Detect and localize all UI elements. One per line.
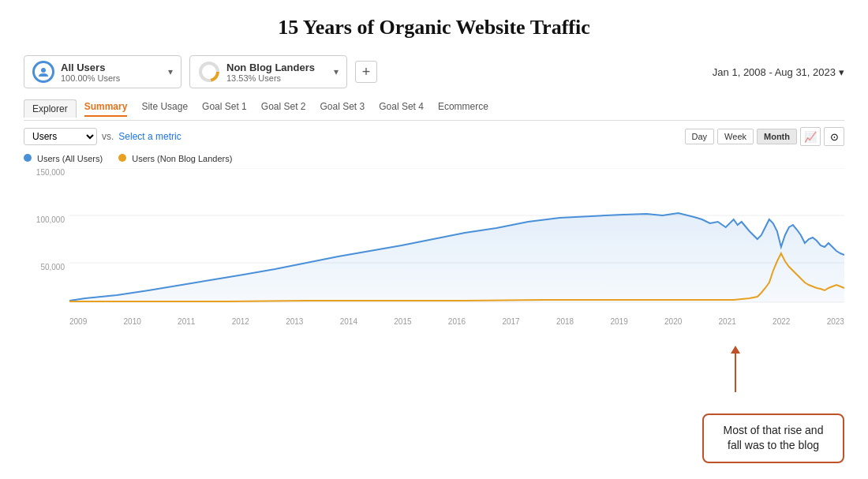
legend-non-blog: Users (Non Blog Landers) [118,154,232,163]
all-users-icon [32,61,54,83]
y-label-100k: 100,000 [36,215,65,224]
pie-chart-button[interactable]: ⊙ [824,127,844,146]
all-users-info: All Users 100.00% Users [61,62,162,83]
tab-ecommerce[interactable]: Ecommerce [438,101,488,117]
page-title: 15 Years of Organic Website Traffic [24,16,844,39]
add-segment-button[interactable]: + [355,61,377,83]
segment-non-blog[interactable]: Non Blog Landers 13.53% Users ▾ [189,55,347,88]
x-label-2011: 2011 [178,317,195,326]
legend-row: Users (All Users) Users (Non Blog Lander… [24,154,844,163]
month-button[interactable]: Month [757,129,797,144]
x-label-2010: 2010 [124,317,141,326]
legend-dot-non-blog [118,154,126,162]
chart-area: 150,000 100,000 50,000 [24,168,844,326]
x-label-2014: 2014 [340,317,357,326]
all-users-name: All Users [61,62,162,73]
x-label-2020: 2020 [664,317,682,326]
x-label-2022: 2022 [773,317,790,326]
tab-goal-set-1[interactable]: Goal Set 1 [202,101,247,117]
tab-goal-set-3[interactable]: Goal Set 3 [320,101,365,117]
all-users-chevron-icon: ▾ [168,66,173,77]
metric-row: Users Sessions Pageviews vs. Select a me… [24,127,844,146]
vs-label: vs. [102,131,114,142]
page-container: 15 Years of Organic Website Traffic All … [0,0,868,479]
x-label-2021: 2021 [719,317,736,326]
metric-left: Users Sessions Pageviews vs. Select a me… [24,128,181,145]
tab-site-usage[interactable]: Site Usage [141,101,188,117]
legend-all-users: Users (All Users) [24,154,103,163]
x-label-2018: 2018 [556,317,574,326]
svg-point-0 [41,68,46,73]
tab-goal-set-4[interactable]: Goal Set 4 [379,101,424,117]
x-label-2013: 2013 [286,317,303,326]
line-chart-button[interactable]: 📈 [800,127,821,146]
non-blog-chevron-icon: ▾ [334,66,339,77]
chart-fill-all-users [69,213,844,302]
legend-dot-all-users [24,154,32,162]
x-label-2009: 2009 [69,317,87,326]
x-label-2023: 2023 [827,317,844,326]
y-axis-labels: 150,000 100,000 50,000 [24,168,69,310]
annotation-text: Most of that rise and fall was to the bl… [724,424,824,452]
x-label-2012: 2012 [232,317,249,326]
tab-goal-set-2[interactable]: Goal Set 2 [261,101,306,117]
x-label-2017: 2017 [502,317,519,326]
y-label-150k: 150,000 [36,168,65,177]
week-button[interactable]: Week [717,129,754,144]
annotation-arrow [731,346,740,392]
annotation-box: Most of that rise and fall was to the bl… [702,414,844,463]
metric-select[interactable]: Users Sessions Pageviews [24,128,97,145]
date-range-chevron-icon: ▾ [839,66,844,78]
select-metric-link[interactable]: Select a metric [118,131,181,142]
day-button[interactable]: Day [685,129,715,144]
non-blog-pct: 13.53% Users [226,73,327,83]
view-buttons: Day Week Month 📈 ⊙ [685,127,844,146]
arrow-line [735,353,736,392]
x-label-2015: 2015 [394,317,411,326]
y-label-50k: 50,000 [40,263,65,271]
non-blog-info: Non Blog Landers 13.53% Users [226,62,327,83]
x-axis-labels: 2009 2010 2011 2012 2013 2014 2015 2016 … [69,310,844,326]
non-blog-name: Non Blog Landers [226,62,327,73]
explorer-tab[interactable]: Explorer [24,99,77,118]
non-blog-icon [198,61,220,83]
all-users-pct: 100.00% Users [61,73,162,83]
x-label-2019: 2019 [610,317,627,326]
date-range[interactable]: Jan 1, 2008 - Aug 31, 2023 ▾ [713,66,844,78]
date-range-text: Jan 1, 2008 - Aug 31, 2023 [713,66,836,78]
segment-all-users[interactable]: All Users 100.00% Users ▾ [24,55,181,88]
tab-items: Summary Site Usage Goal Set 1 Goal Set 2… [80,96,488,120]
chart-svg [69,168,844,310]
chart-svg-container [69,168,844,310]
segments-bar: All Users 100.00% Users ▾ Non Blog Lande… [24,55,844,88]
tab-summary[interactable]: Summary [84,101,128,117]
tabs-row: Explorer Summary Site Usage Goal Set 1 G… [24,96,844,121]
x-label-2016: 2016 [448,317,466,326]
